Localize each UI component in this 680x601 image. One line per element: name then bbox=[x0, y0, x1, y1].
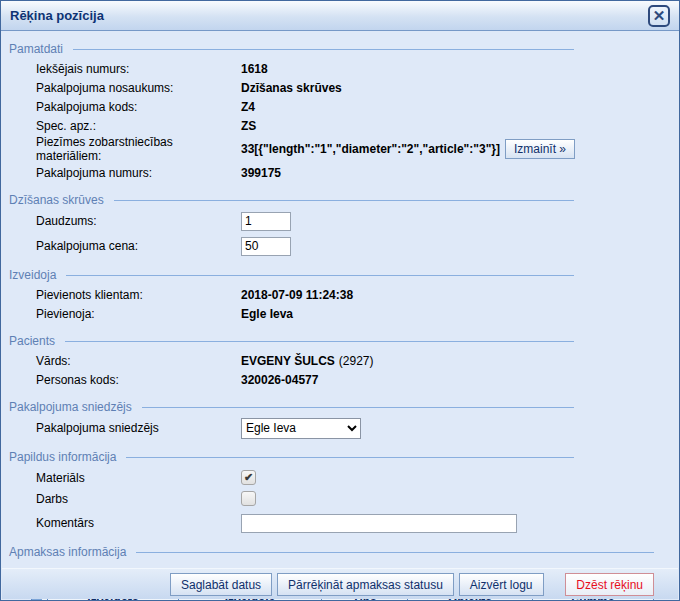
row-spec-designation: Spec. apz.: ZS bbox=[1, 116, 679, 135]
row-service-code: Pakalpojuma kods: Z4 bbox=[1, 97, 679, 116]
section-divider bbox=[66, 275, 574, 276]
section-divider bbox=[142, 407, 574, 408]
row-work: Darbs bbox=[1, 488, 679, 509]
section-header-pacients: Pacients bbox=[9, 334, 574, 348]
provider-select[interactable]: Egle Ieva bbox=[241, 418, 361, 439]
row-quantity: Daudzums: bbox=[1, 210, 679, 232]
material-checkbox[interactable]: ✔ bbox=[241, 470, 256, 485]
row-personal-code: Personas kods: 320026-04577 bbox=[1, 370, 679, 389]
field-label: Pievienots klientam: bbox=[36, 288, 241, 302]
row-added-to-client: Pievienots klientam: 2018-07-09 11:24:38 bbox=[1, 285, 679, 304]
save-button[interactable]: Saglabāt datus bbox=[170, 573, 272, 596]
field-value: 399175 bbox=[241, 166, 281, 180]
comment-input[interactable] bbox=[241, 514, 517, 533]
row-patient-name: Vārds: EVGENY ŠULCS (2927) bbox=[1, 351, 679, 370]
section-title: Pamatdati bbox=[9, 42, 63, 56]
recalculate-status-button[interactable]: Pārrēķināt apmaksas statusu bbox=[277, 573, 454, 596]
row-internal-number: Iekšējais numurs: 1618 bbox=[1, 59, 679, 78]
field-label: Pievienoja: bbox=[36, 307, 241, 321]
field-label: Spec. apz.: bbox=[36, 119, 241, 133]
field-label: Piezīmes zobarstniecības materiāliem: bbox=[36, 135, 241, 163]
field-label: Darbs bbox=[36, 492, 241, 506]
field-value: 1618 bbox=[241, 62, 268, 76]
quantity-input[interactable] bbox=[241, 212, 291, 231]
footer-button-group: Saglabāt datus Pārrēķināt apmaksas statu… bbox=[170, 573, 544, 596]
field-label: Vārds: bbox=[36, 354, 241, 368]
field-label: Materiāls bbox=[36, 471, 241, 485]
field-value: 320026-04577 bbox=[241, 373, 318, 387]
field-label: Pakalpojuma sniedzējs bbox=[36, 421, 241, 435]
section-header-pamatdati: Pamatdati bbox=[9, 42, 574, 56]
row-dental-notes: Piezīmes zobarstniecības materiāliem: 33… bbox=[1, 135, 679, 163]
field-label: Komentārs bbox=[36, 516, 241, 530]
field-value: 2018-07-09 11:24:38 bbox=[241, 288, 353, 302]
close-button[interactable]: ✕ bbox=[648, 5, 670, 27]
page-title: Rēķina pozīcija bbox=[10, 8, 104, 23]
section-header-sniedzejs: Pakalpojuma sniedzējs bbox=[9, 400, 574, 414]
section-title: Papildus informācija bbox=[9, 450, 116, 464]
row-added-by: Pievienoja: Egle Ieva bbox=[1, 304, 679, 323]
field-value: Z4 bbox=[241, 100, 255, 114]
patient-id: (2927) bbox=[339, 354, 374, 368]
row-service-price: Pakalpojuma cena: bbox=[1, 235, 679, 257]
field-label: Pakalpojuma cena: bbox=[36, 239, 241, 253]
field-label: Pakalpojuma nosaukums: bbox=[36, 81, 241, 95]
field-value: Dzīšanas skrūves bbox=[241, 81, 342, 95]
title-bar: Rēķina pozīcija ✕ bbox=[1, 1, 679, 31]
section-header-izveidoja: Izveidoja bbox=[9, 268, 574, 282]
close-icon: ✕ bbox=[653, 7, 666, 24]
dialog-window: Rēķina pozīcija ✕ Pamatdati Iekšējais nu… bbox=[0, 0, 680, 601]
section-title: Apmaksas informācija bbox=[9, 545, 126, 559]
check-icon: ✔ bbox=[244, 471, 253, 484]
section-divider bbox=[126, 457, 574, 458]
section-title: Dzīšanas skrūves bbox=[9, 193, 104, 207]
field-value: Egle Ieva bbox=[241, 307, 293, 321]
row-comment: Komentārs bbox=[1, 512, 679, 534]
field-label: Daudzums: bbox=[36, 214, 241, 228]
field-value: ZS bbox=[241, 119, 256, 133]
patient-name: EVGENY ŠULCS bbox=[241, 354, 335, 368]
section-header-papildus: Papildus informācija bbox=[9, 450, 574, 464]
row-service-provider: Pakalpojuma sniedzējs Egle Ieva bbox=[1, 417, 679, 439]
delete-invoice-button[interactable]: Dzēst rēķinu bbox=[565, 573, 654, 596]
section-divider bbox=[136, 552, 654, 553]
field-label: Pakalpojuma numurs: bbox=[36, 166, 241, 180]
field-value: 33[{"length":"1","diameter":"2","article… bbox=[241, 142, 500, 156]
section-title: Izveidoja bbox=[9, 268, 56, 282]
field-label: Pakalpojuma kods: bbox=[36, 100, 241, 114]
footer-bar: Saglabāt datus Pārrēķināt apmaksas statu… bbox=[2, 568, 678, 599]
section-header-apmaksas: Apmaksas informācija bbox=[9, 545, 654, 559]
row-material: Materiāls ✔ bbox=[1, 467, 679, 488]
row-service-number: Pakalpojuma numurs: 399175 bbox=[1, 163, 679, 182]
work-checkbox[interactable] bbox=[241, 491, 256, 506]
section-divider bbox=[65, 341, 574, 342]
price-input[interactable] bbox=[241, 237, 291, 256]
section-title: Pacients bbox=[9, 334, 55, 348]
change-button[interactable]: Izmainīt » bbox=[505, 139, 575, 159]
field-label: Personas kods: bbox=[36, 373, 241, 387]
section-header-dzisanas-skruves: Dzīšanas skrūves bbox=[9, 193, 574, 207]
field-label: Iekšējais numurs: bbox=[36, 62, 241, 76]
close-window-button[interactable]: Aizvērt logu bbox=[459, 573, 544, 596]
section-divider bbox=[73, 49, 574, 50]
section-divider bbox=[114, 200, 574, 201]
section-title: Pakalpojuma sniedzējs bbox=[9, 400, 132, 414]
row-service-name: Pakalpojuma nosaukums: Dzīšanas skrūves bbox=[1, 78, 679, 97]
